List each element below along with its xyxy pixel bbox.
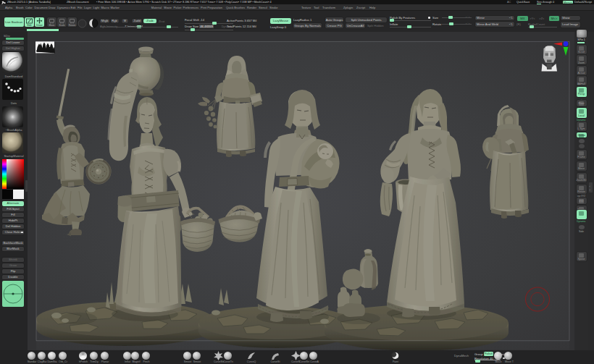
svg-text:Scale: Scale xyxy=(59,23,64,26)
svg-text:Rotate: Rotate xyxy=(68,23,75,26)
svg-text:Move: Move xyxy=(49,23,54,26)
svg-text:Edit: Edit xyxy=(27,23,31,26)
svg-text:Draw: Draw xyxy=(36,23,43,26)
